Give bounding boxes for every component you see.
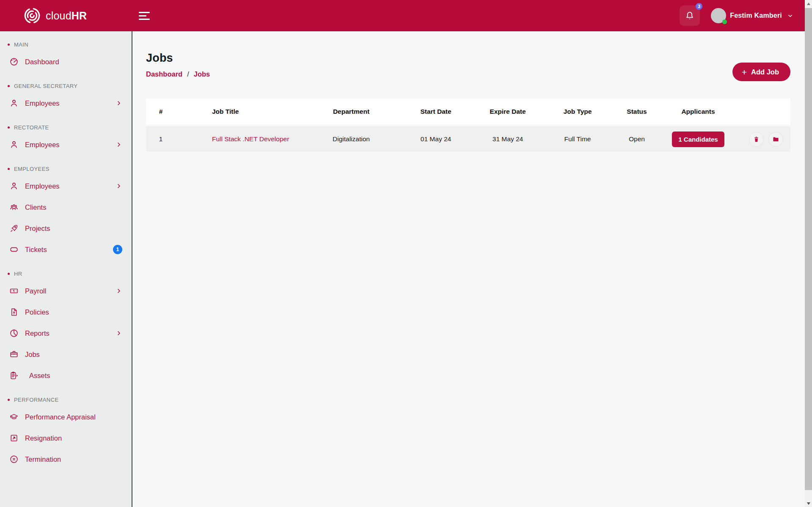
- notifications-button[interactable]: 3: [680, 5, 700, 26]
- sidebar-item-projects[interactable]: Projects: [0, 218, 132, 239]
- sidebar-item-resignation[interactable]: Resignation: [0, 428, 132, 449]
- sidebar-item-clients[interactable]: Clients: [0, 197, 132, 218]
- chevron-right-icon: [116, 100, 122, 107]
- col-status: Status: [611, 99, 662, 125]
- rocket-icon: [9, 224, 19, 233]
- user-icon: [9, 140, 19, 149]
- arrow-out-icon: [9, 433, 19, 443]
- table-header-row: # Job Title Department Start Date Expire…: [146, 99, 790, 125]
- folder-icon: [772, 136, 779, 143]
- breadcrumb-jobs-link[interactable]: Jobs: [194, 70, 210, 78]
- cell-actions: [734, 126, 790, 152]
- notification-count-badge: 3: [696, 3, 702, 10]
- add-job-button[interactable]: + Add Job: [732, 63, 790, 81]
- sidebar-item-employees[interactable]: Employees: [0, 175, 132, 197]
- open-folder-button[interactable]: [769, 132, 783, 146]
- cell-department: Digitalization: [303, 126, 400, 152]
- sidebar-toggle-button[interactable]: [137, 10, 151, 22]
- sidebar-item-assets[interactable]: Assets: [0, 365, 132, 386]
- user-icon: [9, 181, 19, 191]
- cell-start-date: 01 May 24: [400, 126, 472, 152]
- jobs-table: # Job Title Department Start Date Expire…: [146, 97, 790, 153]
- user-name: Festim Kamberi: [730, 12, 782, 19]
- cell-expire-date: 31 May 24: [472, 126, 544, 152]
- bullet-dot: [8, 399, 10, 401]
- cell-job-title: Full Stack .NET Developer: [176, 126, 303, 152]
- sidebar-item-tickets[interactable]: Tickets 1: [0, 239, 132, 260]
- scroll-up-arrow[interactable]: [805, 0, 812, 7]
- main-content: Jobs Dashboard / Jobs + Add Job # Job Ti…: [132, 31, 805, 507]
- chevron-right-icon: [116, 141, 122, 148]
- briefcase-icon: [9, 350, 19, 359]
- candidates-button[interactable]: 1 Candidates: [672, 132, 724, 147]
- dashboard-icon: [9, 57, 19, 66]
- breadcrumb-separator: /: [187, 70, 189, 78]
- sidebar-item-termination[interactable]: Termination: [0, 449, 132, 470]
- chevron-down-icon: [787, 12, 794, 19]
- breadcrumb-dashboard-link[interactable]: Dashboard: [146, 70, 182, 78]
- brand: cloudHR: [24, 7, 137, 24]
- chevron-right-icon: [116, 330, 122, 337]
- sidebar-section-general-secretary: GENERAL SECRETARY: [0, 79, 132, 93]
- bullet-dot: [8, 85, 10, 87]
- job-title-link[interactable]: Full Stack .NET Developer: [212, 135, 289, 143]
- chevron-right-icon: [116, 288, 122, 294]
- cell-job-type: Full Time: [544, 126, 611, 152]
- col-applicants: Applicants: [662, 99, 734, 125]
- cloudhr-logo-icon: [24, 7, 41, 24]
- col-department: Department: [303, 99, 400, 125]
- cell-applicants: 1 Candidates: [662, 126, 734, 152]
- trash-icon: [753, 136, 760, 143]
- tickets-count-badge: 1: [113, 245, 122, 254]
- sidebar-section-performance: PERFORMANCE: [0, 393, 132, 406]
- col-start-date: Start Date: [400, 99, 472, 125]
- scroll-down-arrow[interactable]: [805, 500, 812, 507]
- col-actions: [734, 99, 790, 125]
- sidebar-item-employees-general-secretary[interactable]: Employees: [0, 93, 132, 114]
- graduation-cap-icon: [9, 412, 19, 422]
- sidebar-item-jobs[interactable]: Jobs: [0, 344, 132, 365]
- sidebar-section-hr: HR: [0, 267, 132, 280]
- banknote-icon: [9, 286, 19, 296]
- cell-index: 1: [146, 126, 176, 152]
- sidebar-section-main: MAIN: [0, 38, 132, 51]
- clipboard-icon: [9, 371, 19, 380]
- app-header: cloudHR 3 Festim Kamberi: [0, 0, 805, 31]
- bullet-dot: [8, 273, 10, 275]
- delete-job-button[interactable]: [749, 132, 763, 146]
- col-index: #: [146, 99, 176, 125]
- page-title: Jobs: [146, 52, 210, 65]
- sidebar: MAIN Dashboard GENERAL SECRETARY Employe…: [0, 31, 132, 507]
- sidebar-item-employees-rectorate[interactable]: Employees: [0, 134, 132, 155]
- col-job-type: Job Type: [544, 99, 611, 125]
- table-row: 1 Full Stack .NET Developer Digitalizati…: [146, 126, 790, 152]
- col-job-title: Job Title: [176, 99, 303, 125]
- sidebar-item-payroll[interactable]: Payroll: [0, 280, 132, 301]
- chevron-right-icon: [116, 183, 122, 189]
- vertical-scrollbar[interactable]: [805, 0, 812, 507]
- bullet-dot: [8, 44, 10, 46]
- plus-icon: +: [742, 68, 747, 77]
- sidebar-item-dashboard[interactable]: Dashboard: [0, 51, 132, 72]
- scrollbar-thumb[interactable]: [805, 8, 812, 490]
- sidebar-section-employees: EMPLOYEES: [0, 162, 132, 175]
- ticket-icon: [9, 245, 19, 254]
- user-menu[interactable]: Festim Kamberi: [711, 8, 794, 23]
- breadcrumb: Dashboard / Jobs: [146, 70, 210, 78]
- online-status-dot: [722, 19, 727, 24]
- cell-status: Open: [611, 126, 662, 152]
- sidebar-item-policies[interactable]: Policies: [0, 301, 132, 323]
- people-group-icon: [9, 203, 19, 212]
- user-icon: [9, 99, 19, 108]
- circle-x-icon: [9, 455, 19, 464]
- avatar: [711, 8, 726, 23]
- bullet-dot: [8, 126, 10, 129]
- brand-name: cloudHR: [46, 10, 87, 22]
- document-icon: [9, 307, 19, 317]
- bullet-dot: [8, 168, 10, 170]
- bell-icon: [684, 10, 695, 21]
- sidebar-item-performance-appraisal[interactable]: Performance Appraisal: [0, 406, 132, 428]
- sidebar-section-rectorate: RECTORATE: [0, 121, 132, 134]
- sidebar-item-reports[interactable]: Reports: [0, 323, 132, 344]
- pie-chart-icon: [9, 329, 19, 338]
